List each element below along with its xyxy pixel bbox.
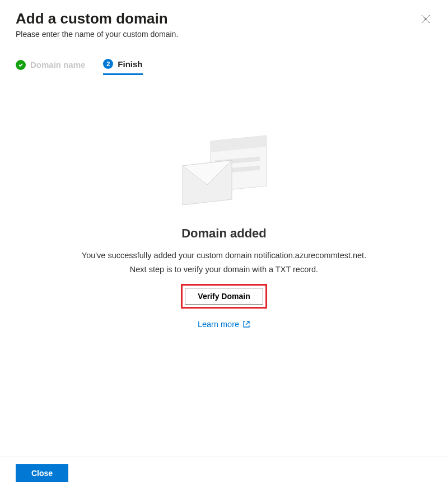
checkmark-icon — [16, 60, 26, 70]
step-domain-name[interactable]: Domain name — [16, 59, 85, 75]
step-finish[interactable]: 2 Finish — [103, 59, 142, 75]
learn-more-link[interactable]: Learn more — [198, 320, 250, 329]
close-panel-button[interactable]: Close — [16, 464, 68, 482]
close-icon — [421, 15, 430, 24]
message-line-2: Next step is to verify your domain with … — [130, 265, 318, 274]
highlight-box: Verify Domain — [181, 284, 267, 309]
step-label: Finish — [118, 59, 142, 69]
panel-footer: Close — [0, 456, 448, 490]
stepper: Domain name 2 Finish — [16, 59, 432, 75]
message-line-1: You've successfully added your custom do… — [82, 251, 366, 260]
learn-more-label: Learn more — [198, 320, 239, 329]
svg-line-8 — [246, 321, 249, 325]
panel-title: Add a custom domain — [16, 10, 178, 27]
external-link-icon — [242, 320, 250, 328]
success-heading: Domain added — [16, 226, 432, 241]
verify-domain-button[interactable]: Verify Domain — [185, 288, 263, 305]
domain-added-illustration — [174, 131, 274, 209]
panel-subtitle: Please enter the name of your custom dom… — [16, 30, 178, 39]
close-button[interactable] — [419, 12, 432, 27]
step-number-icon: 2 — [103, 59, 113, 69]
success-message: You've successfully added your custom do… — [16, 249, 432, 276]
step-label: Domain name — [30, 60, 85, 69]
